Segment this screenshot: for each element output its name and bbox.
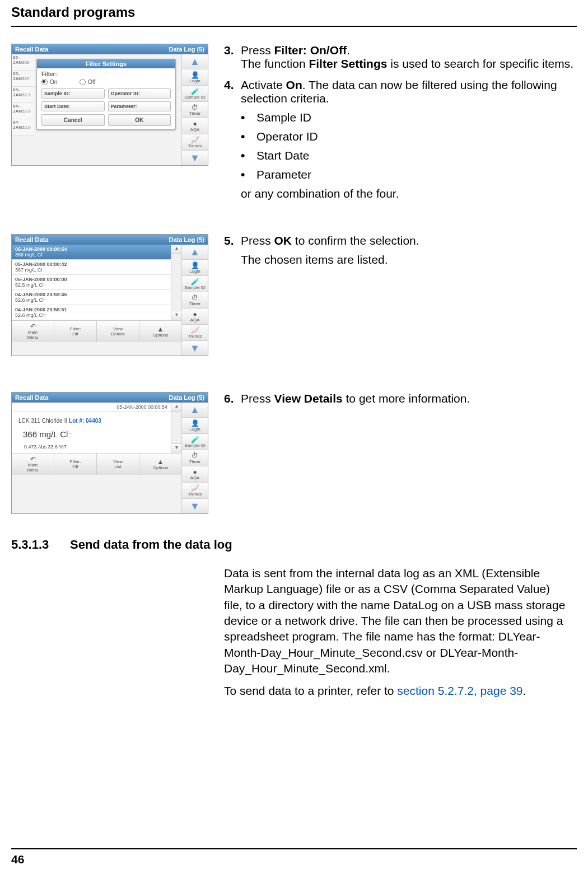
step5-line2: The chosen items are listed.	[241, 253, 577, 267]
scroll-up-icon[interactable]: ▴	[171, 403, 181, 412]
side-button[interactable]: ●AQA	[182, 466, 208, 483]
side-button[interactable]: ●AQA	[182, 309, 208, 325]
scrollbar[interactable]: ▴ ▾	[171, 245, 181, 320]
list-item[interactable]: 04-JAN-2000 23:58:5152.6 mg/L Cl⁻	[12, 305, 171, 320]
page-down-icon[interactable]: ▼	[182, 151, 208, 165]
toolbar-button[interactable]: ▲Options	[139, 321, 181, 342]
radio-off[interactable]: Off	[80, 79, 95, 85]
toolbar-button[interactable]: Filter: Off	[54, 321, 97, 342]
filter-cell[interactable]: Parameter:	[108, 101, 171, 111]
radio-off-label: Off	[88, 79, 95, 85]
page-down-icon[interactable]: ▼	[182, 341, 208, 356]
side-icon: 🧪	[191, 278, 199, 285]
filter-cell[interactable]: Sample ID:	[41, 88, 105, 99]
scrollbar[interactable]: ▴ ▾	[171, 403, 181, 453]
side-button[interactable]: 📈Trends	[182, 483, 208, 499]
page-up-icon[interactable]: ▲	[182, 245, 208, 260]
side-icon: ●	[193, 469, 197, 475]
toolbar-label: Main Menu	[27, 330, 38, 340]
toolbar-button[interactable]: View List	[97, 454, 139, 475]
side-button[interactable]: 👤Login	[182, 69, 208, 86]
side-icon: ⏱	[192, 452, 198, 459]
side-button[interactable]: ●AQA	[182, 118, 208, 134]
side-label: Sample ID	[184, 443, 205, 448]
cross-reference-link[interactable]: section 5.2.7.2, page 39	[397, 684, 522, 697]
step-number: 4.	[224, 78, 241, 105]
filter-cell[interactable]: Operator ID:	[108, 88, 171, 99]
list-item[interactable]: 05-JAN-2000 00:00:54366 mg/L Cl⁻	[12, 245, 171, 260]
page-down-icon[interactable]: ▼	[182, 499, 208, 513]
dialog-title: Filter Settings	[37, 59, 175, 68]
list-item: 05-JAN52.5	[12, 87, 34, 103]
lot-number: Lot #: 04403	[69, 418, 101, 424]
filter-label: Filter:	[41, 71, 171, 77]
side-icon: ⏱	[192, 104, 198, 111]
side-button[interactable]: 🧪Sample ID	[182, 276, 208, 292]
step-body: Press OK to confirm the selection.	[241, 234, 577, 247]
side-label: Trends	[188, 334, 202, 339]
toolbar-label: Options	[153, 333, 169, 338]
page-number: 46	[11, 853, 24, 866]
list-item: 04-JAN52.6	[12, 119, 34, 135]
side-button[interactable]: 🧪Sample ID	[182, 434, 208, 450]
toolbar-button[interactable]: ↶Main Menu	[12, 321, 54, 342]
section-heading: 5.3.1.3 Send data from the data log	[11, 538, 577, 552]
step-body: Activate On. The data can now be filtere…	[241, 78, 577, 105]
shot2-title-right: Data Log (5)	[169, 236, 204, 243]
section-number: 5.3.1.3	[11, 538, 70, 552]
side-label: Trends	[188, 143, 202, 148]
side-button[interactable]: 👤Login	[182, 418, 208, 434]
side-button[interactable]: ⏱Timer	[182, 292, 208, 309]
shot1-title-left: Recall Data	[15, 46, 48, 53]
side-icon: 📈	[191, 137, 199, 143]
ok-button[interactable]: OK	[108, 114, 171, 126]
bullet-item: •Sample ID	[241, 111, 577, 124]
page-up-icon[interactable]: ▲	[182, 403, 208, 418]
bullet-item: •Operator ID	[241, 130, 577, 143]
shot2-title-left: Recall Data	[15, 236, 48, 243]
side-button[interactable]: 👤Login	[182, 260, 208, 276]
side-label: Login	[189, 78, 200, 83]
side-label: Login	[189, 269, 200, 274]
toolbar-button[interactable]: ↶Main Menu	[12, 454, 54, 475]
toolbar-label: View List	[113, 459, 123, 469]
detail-timestamp: 05-JAN-2000 00:00:54	[12, 403, 171, 412]
side-label: Sample ID	[184, 95, 205, 100]
scroll-up-icon[interactable]: ▴	[171, 245, 181, 254]
page-up-icon[interactable]: ▲	[182, 54, 208, 69]
side-label: AQA	[190, 317, 200, 323]
side-label: Timer	[189, 459, 200, 464]
footer-line	[11, 848, 577, 849]
list-item[interactable]: 04-JAN-2000 23:59:4552.6 mg/L Cl⁻	[12, 290, 171, 305]
toolbar-label: Filter: Off	[70, 459, 81, 469]
side-button[interactable]: ⏱Timer	[182, 102, 208, 118]
side-icon: ●	[193, 120, 197, 127]
scroll-down-icon[interactable]: ▾	[171, 311, 181, 320]
filter-settings-dialog: Filter Settings Filter: On Off Sample ID…	[36, 59, 176, 130]
toolbar-icon: ↶	[30, 456, 36, 462]
side-button[interactable]: 🧪Sample ID	[182, 86, 208, 102]
section-title: Send data from the data log	[70, 538, 232, 552]
side-icon: 📈	[191, 485, 199, 492]
list-item: 04-JAN52.6	[12, 103, 34, 119]
toolbar-button[interactable]: Filter: Off	[54, 454, 97, 475]
list-item[interactable]: 05-JAN-2000 00:00:42367 mg/L Cl⁻	[12, 260, 171, 275]
list-item: 05-JAN366	[12, 54, 34, 71]
screenshot-view-details: Recall Data Data Log (5) 05-JAN-2000 00:…	[11, 392, 208, 514]
side-button[interactable]: 📈Trends	[182, 325, 208, 341]
detail-value: 366 mg/L Cl⁻	[23, 429, 164, 440]
side-label: Timer	[189, 301, 200, 306]
page-header: Standard programs	[11, 4, 577, 27]
step-number: 5.	[224, 234, 241, 247]
side-button[interactable]: 📈Trends	[182, 134, 208, 151]
toolbar-button[interactable]: View Details	[97, 321, 139, 342]
scroll-down-icon[interactable]: ▾	[171, 443, 181, 453]
bullet-item: •Parameter	[241, 168, 577, 181]
side-button[interactable]: ⏱Timer	[182, 450, 208, 466]
toolbar-button[interactable]: ▲Options	[139, 454, 181, 475]
list-item[interactable]: 05-JAN-2000 00:00:0052.5 mg/L Cl⁻	[12, 275, 171, 290]
step4-after: or any combination of the four.	[241, 187, 577, 200]
filter-cell[interactable]: Start Date:	[41, 101, 105, 111]
cancel-button[interactable]: Cancel	[41, 114, 105, 126]
radio-on[interactable]: On	[41, 79, 57, 85]
